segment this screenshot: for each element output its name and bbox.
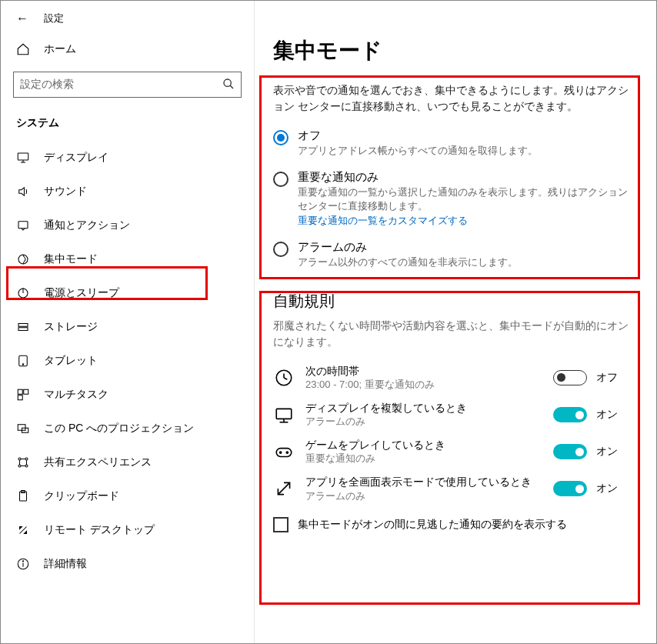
highlight-annotation <box>259 291 640 605</box>
sound-icon <box>16 185 30 199</box>
back-arrow-icon[interactable]: ← <box>16 12 28 25</box>
sidebar-item-label: 共有エクスペリエンス <box>44 455 152 469</box>
svg-point-0 <box>224 79 231 86</box>
display-icon <box>16 151 30 165</box>
sidebar-item-remote[interactable]: リモート デスクトップ <box>1 513 254 547</box>
storage-icon <box>16 320 30 334</box>
project-icon <box>16 422 30 435</box>
page-title: 集中モード <box>273 36 638 65</box>
svg-point-18 <box>18 458 21 460</box>
sidebar-item-display[interactable]: ディスプレイ <box>1 141 254 175</box>
highlight-annotation <box>6 266 208 300</box>
sidebar-item-label: サウンド <box>44 185 87 199</box>
svg-point-12 <box>22 364 24 365</box>
svg-point-20 <box>18 465 21 467</box>
nav-list: ディスプレイサウンド通知とアクション集中モード電源とスリープストレージタブレット… <box>1 141 254 581</box>
sidebar-item-multitask[interactable]: マルチタスク <box>1 378 254 412</box>
home-icon <box>16 42 30 56</box>
sidebar-item-notify[interactable]: 通知とアクション <box>1 209 254 242</box>
sidebar-item-about[interactable]: 詳細情報 <box>1 547 254 581</box>
clipboard-icon <box>16 489 30 503</box>
category-label: システム <box>1 110 254 141</box>
sidebar-item-label: クリップボード <box>44 489 119 503</box>
svg-rect-13 <box>18 389 22 394</box>
home-link[interactable]: ホーム <box>1 35 254 64</box>
highlight-annotation <box>259 75 640 279</box>
svg-rect-5 <box>18 222 28 229</box>
svg-point-19 <box>25 458 28 460</box>
sidebar-item-label: 通知とアクション <box>44 219 130 232</box>
svg-line-1 <box>230 85 233 88</box>
focus-icon <box>16 252 30 266</box>
svg-rect-14 <box>24 389 28 394</box>
sidebar-item-label: タブレット <box>44 354 98 368</box>
svg-rect-10 <box>18 328 28 331</box>
settings-title: 設定 <box>44 12 64 25</box>
sidebar-item-label: 詳細情報 <box>44 557 87 571</box>
sidebar-item-clipboard[interactable]: クリップボード <box>1 479 254 513</box>
svg-point-30 <box>22 561 23 562</box>
sidebar-item-share[interactable]: 共有エクスペリエンス <box>1 445 254 479</box>
tablet-icon <box>16 354 30 368</box>
notify-icon <box>16 219 30 232</box>
sidebar-item-tablet[interactable]: タブレット <box>1 344 254 378</box>
svg-rect-15 <box>18 395 22 400</box>
svg-point-21 <box>25 465 28 467</box>
sidebar-item-storage[interactable]: ストレージ <box>1 310 254 344</box>
search-placeholder: 設定の検索 <box>20 78 74 92</box>
share-icon <box>16 455 30 469</box>
sidebar-item-sound[interactable]: サウンド <box>1 175 254 209</box>
svg-rect-2 <box>18 153 28 160</box>
multitask-icon <box>16 388 30 402</box>
sidebar-item-label: この PC へのプロジェクション <box>44 422 194 435</box>
sidebar: ← 設定 ホーム 設定の検索 システム ディスプレイサウンド通知とアクション集中… <box>1 1 255 643</box>
sidebar-item-label: マルチタスク <box>44 388 108 402</box>
sidebar-item-project[interactable]: この PC へのプロジェクション <box>1 412 254 445</box>
home-label: ホーム <box>44 42 76 56</box>
svg-rect-9 <box>18 324 28 327</box>
search-icon <box>222 78 235 92</box>
sidebar-item-label: 集中モード <box>44 252 98 266</box>
about-icon <box>16 557 30 571</box>
sidebar-item-label: リモート デスクトップ <box>44 523 155 537</box>
remote-icon <box>16 523 30 537</box>
sidebar-item-label: ストレージ <box>44 320 98 334</box>
sidebar-item-label: ディスプレイ <box>44 151 108 165</box>
search-input[interactable]: 設定の検索 <box>13 72 242 98</box>
